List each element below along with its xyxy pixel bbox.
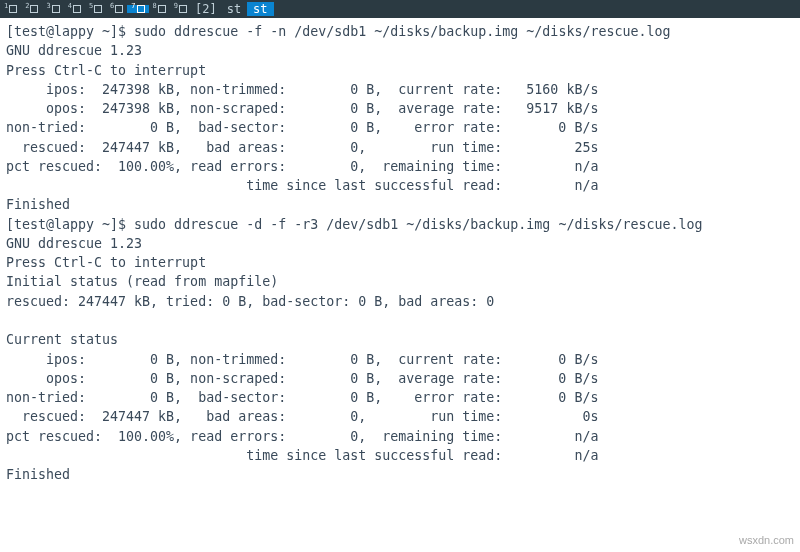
output-line: opos: 247398 kB, non-scraped: 0 B, avera… [6,101,598,116]
command-1: sudo ddrescue -f -n /dev/sdb1 ~/disks/ba… [134,24,670,39]
output-line: pct rescued: 100.00%, read errors: 0, re… [6,429,598,444]
output-line: rescued: 247447 kB, bad areas: 0, run ti… [6,140,598,155]
output-line: Press Ctrl-C to interrupt [6,255,206,270]
output-line: Finished [6,467,70,482]
app-tab-st-1[interactable]: st [221,2,247,16]
output-line: Initial status (read from mapfile) [6,274,278,289]
output-line: Press Ctrl-C to interrupt [6,63,206,78]
app-tab-st-2[interactable]: st [247,2,273,16]
workspace-2[interactable]: 2 [21,5,42,13]
output-line: non-tried: 0 B, bad-sector: 0 B, error r… [6,120,598,135]
workspace-8[interactable]: 8 [149,5,170,13]
output-line: pct rescued: 100.00%, read errors: 0, re… [6,159,598,174]
output-line: Current status [6,332,118,347]
output-line: GNU ddrescue 1.23 [6,236,142,251]
workspace-7[interactable]: 7 [127,5,148,13]
output-line: ipos: 247398 kB, non-trimmed: 0 B, curre… [6,82,598,97]
workspace-9[interactable]: 9 [170,5,191,13]
output-line: time since last successful read: n/a [6,178,598,193]
terminal-output[interactable]: [test@lappy ~]$ sudo ddrescue -f -n /dev… [0,18,800,488]
workspace-6[interactable]: 6 [106,5,127,13]
output-line: non-tried: 0 B, bad-sector: 0 B, error r… [6,390,598,405]
command-2: sudo ddrescue -d -f -r3 /dev/sdb1 ~/disk… [134,217,702,232]
watermark: wsxdn.com [739,534,794,546]
output-line: time since last successful read: n/a [6,448,598,463]
output-line: Finished [6,197,70,212]
workspace-3[interactable]: 3 [42,5,63,13]
workspace-1[interactable]: 1 [0,5,21,13]
shell-prompt: [test@lappy ~]$ [6,24,134,39]
output-line: opos: 0 B, non-scraped: 0 B, average rat… [6,371,598,386]
output-line: ipos: 0 B, non-trimmed: 0 B, current rat… [6,352,598,367]
output-line: rescued: 247447 kB, tried: 0 B, bad-sect… [6,294,494,309]
output-line: GNU ddrescue 1.23 [6,43,142,58]
workspace-5[interactable]: 5 [85,5,106,13]
layout-indicator: [2] [191,2,221,16]
shell-prompt: [test@lappy ~]$ [6,217,134,232]
output-line: rescued: 247447 kB, bad areas: 0, run ti… [6,409,598,424]
window-tabbar: 1 2 3 4 5 6 7 8 9 [2] st st [0,0,800,18]
workspace-4[interactable]: 4 [64,5,85,13]
